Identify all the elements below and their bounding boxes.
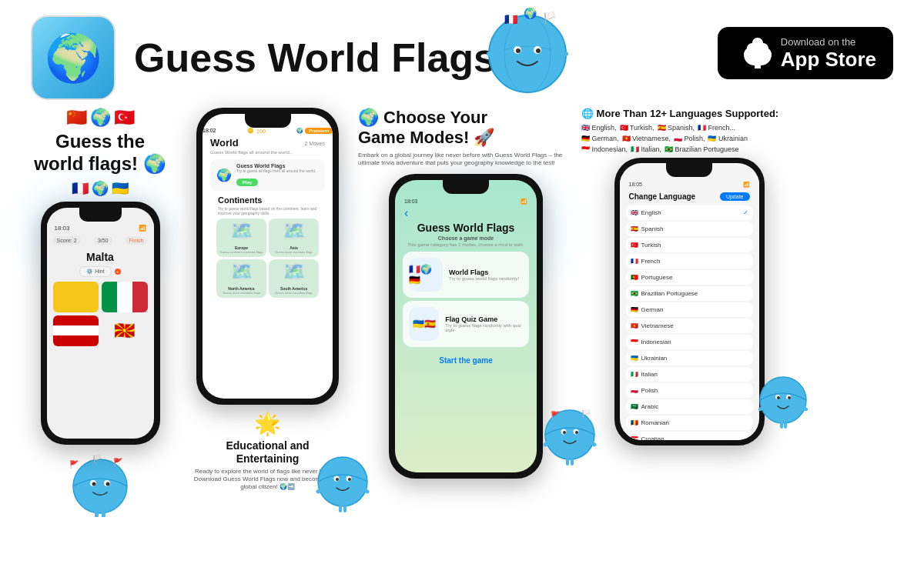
phone1-hint[interactable]: ⚙️ Hint [79,266,111,277]
language-row-3: 🇮🇩 Indonesian, 🇮🇹 Italian, 🇧🇷 Brazilian … [581,145,797,153]
lang-italian[interactable]: 🇮🇹 Italian [626,367,753,382]
lang-romanian[interactable]: 🇷🇴 Romanian [626,415,753,430]
svg-rect-53 [780,422,783,429]
app-icon: 🌍 [31,15,116,100]
flag-option-3[interactable] [53,315,99,346]
lang-spanish[interactable]: 🇪🇸 Spanish [626,222,753,236]
svg-text:🚩: 🚩 [113,457,123,467]
flag-quiz-mode-card[interactable]: 🇺🇦🇪🇸 Flag Quiz Game Try to guess flags r… [403,301,529,347]
section1-globe: 🚩 🏳️ 🚩 [65,448,135,527]
flag-option-2[interactable] [102,282,148,312]
svg-rect-41 [566,458,569,466]
change-lang-title: Change Language [629,192,696,201]
svg-point-16 [92,482,96,486]
choose-mode-header: 🌍 Choose YourGame Modes! 🚀 Embark on a g… [358,108,574,168]
phone-4-screen: 18:05 📶 Change Language Update 🇬🇧 Englis… [620,163,759,440]
phone2-moves: 2 Moves [305,141,325,146]
section-educational: 18:02 🪙 100 🌍 Premium World 2 Moves [185,108,350,498]
phone-4: 18:05 📶 Change Language Update 🇬🇧 Englis… [614,158,765,446]
flag-options-grid: 🇲🇰 [53,282,148,346]
lang-portuguese[interactable]: 🇵🇹 Portuguese [626,270,753,285]
continent-north-america[interactable]: 🗺️ North America Guess more countries fl… [216,259,266,298]
svg-rect-42 [571,458,574,466]
header-center-globe: 🇫🇷 🌍 🏳️ [477,8,578,116]
phone1-country: Malta [53,251,148,263]
svg-point-37 [563,431,566,434]
phone2-world-sub: Guess World flags all around the world..… [210,150,325,155]
lang-croatian[interactable]: 🇭🇷 Croatian [626,432,753,440]
section-languages: 🌐 More Than 12+ Languages Supported: 🇬🇧 … [581,108,797,446]
svg-rect-31 [339,505,342,512]
svg-point-17 [106,482,110,486]
world-flags-mode-card[interactable]: 🇫🇷🌍🇩🇪 World Flags Try to guess world fla… [403,252,529,298]
section-game-modes: 🌍 Choose YourGame Modes! 🚀 Embark on a g… [358,108,574,479]
lang-ukrainian[interactable]: 🇺🇦 Ukrainian [626,351,753,365]
language-row-1: 🇬🇧 English, 🇹🇷 Turkish, 🇪🇸 Spanish, 🇫🇷 F… [581,124,797,132]
phone3-desc: This game category has 2 modes, choose a… [407,242,524,247]
app-title: Guess World Flags [134,35,496,81]
continents-sub: Try to guess world flags based on the co… [218,206,317,215]
continent-south-america[interactable]: 🗺️ South America Guess more countries fl… [269,259,319,298]
update-button[interactable]: Update [720,192,750,201]
svg-point-50 [788,396,791,399]
phone4-time: 18:05 [629,182,643,188]
svg-point-5 [516,48,521,53]
phone2-time: 18:02 [203,128,216,134]
game-card-title: Guess World Flags [236,163,316,169]
game-card-emoji: 🌍 [216,168,232,182]
continent-asia[interactable]: 🗺️ Asia Guess more countries flags [269,219,319,257]
svg-rect-18 [95,512,99,517]
lang-french[interactable]: 🇫🇷 French [626,254,753,269]
svg-text:🚩: 🚩 [551,410,561,420]
svg-rect-54 [784,422,787,429]
language-row-2: 🇩🇪 German, 🇻🇳 Vietnamese, 🇵🇱 Polish, 🇺🇦 … [581,135,797,142]
svg-rect-19 [102,512,105,517]
lang-vietnamese[interactable]: 🇻🇳 Vietnamese [626,319,753,333]
game-card-sub: Try to guess all flags from all around t… [236,169,316,173]
svg-point-6 [536,48,541,53]
languages-header: 🌐 More Than 12+ Languages Supported: [581,108,797,119]
educational-section: 🌟 Educational andEntertaining Ready to e… [185,405,350,498]
choose-desc: Embark on a global journey like never be… [358,152,574,168]
svg-point-27 [336,478,339,481]
app-store-large-text: App Store [781,48,876,71]
continent-europe[interactable]: 🗺️ Europe Guess continent countries flag… [216,219,266,257]
flag-option-4[interactable]: 🇲🇰 [102,315,148,346]
svg-point-38 [575,431,578,434]
phone2-game-card: 🌍 Guess World Flags Try to guess all fla… [210,159,325,191]
start-game-button[interactable]: Start the game [395,350,537,371]
choose-title: 🌍 Choose YourGame Modes! 🚀 [358,108,574,149]
header: 🌍 Guess World Flags 🇫🇷 🌍 🏳️ [0,0,924,108]
lang-german[interactable]: 🇩🇪 German [626,302,753,317]
lang-arabic[interactable]: 🇸🇦 Arabic [626,399,753,414]
continent-grid: 🗺️ Europe Guess continent countries flag… [210,219,325,298]
main-content: 🇨🇳🌍🇹🇷 Guess theworld flags! 🌍 🇫🇷🌍🇺🇦 18:0… [0,108,924,562]
phone1-score: Score: 2 [53,236,81,245]
phone3-back[interactable]: ‹ [395,206,537,220]
svg-text:🏳️: 🏳️ [92,454,102,464]
world-flags-icon: 🇫🇷🌍🇩🇪 [409,258,443,292]
flag-quiz-title: Flag Quiz Game [445,315,523,323]
app-store-button[interactable]: Download on the App Store [718,27,893,79]
flags-decoration: 🇨🇳🌍🇹🇷 [66,108,135,128]
phone3-title: Guess World Flags [395,222,537,234]
play-button[interactable]: Play [236,179,258,186]
lang-indonesian[interactable]: 🇮🇩 Indonesian [626,335,753,349]
svg-text:🚩: 🚩 [69,459,79,469]
phone-3-screen: 18:03 📶 ‹ Guess World Flags Choose a gam… [395,180,537,472]
lang-brazilian-portuguese[interactable]: 🇧🇷 Brazilian Portuguese [626,286,753,301]
guess-flags-text: Guess theworld flags! 🌍 [34,131,166,175]
app-store-small-text: Download on the [781,36,876,48]
lang-english[interactable]: 🇬🇧 English ✓ [626,205,753,220]
section4-globe [755,369,812,438]
svg-text:🇫🇷: 🇫🇷 [504,13,518,26]
continents-title: Continents [218,195,317,205]
premium-badge: Premium [305,128,333,134]
phone3-time: 18:03 [404,199,418,205]
phone-2: 18:02 🪙 100 🌍 Premium World 2 Moves [196,108,339,405]
flag-option-1[interactable] [53,282,99,312]
lang-polish[interactable]: 🇵🇱 Polish [626,383,753,398]
phone-1-screen: 18:03 📶 Score: 2 3/50 Finish Malta ⚙️ Hi… [47,208,154,439]
coin-display: 🪙 100 [247,128,266,134]
lang-turkish[interactable]: 🇹🇷 Turkish [626,238,753,252]
